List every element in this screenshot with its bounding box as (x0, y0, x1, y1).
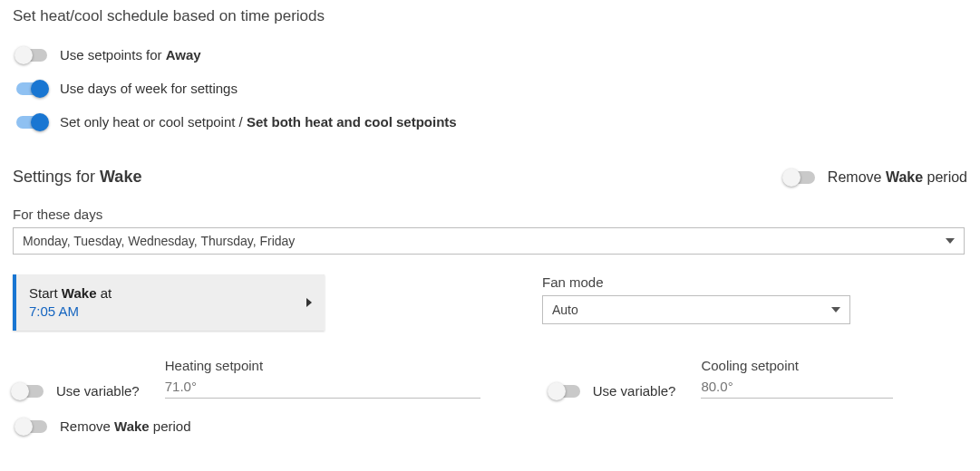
remove-period-top-label: Remove Wake period (828, 169, 967, 186)
card-bold: Wake (62, 285, 97, 301)
cooling-setpoint-field: Cooling setpoint (701, 358, 893, 399)
fan-mode-block: Fan mode Auto (542, 274, 850, 324)
cooling-setpoint-label: Cooling setpoint (701, 358, 893, 373)
remove-bottom-prefix: Remove (60, 418, 114, 434)
toggle-row-both-setpoints: Set only heat or cool setpoint / Set bot… (13, 114, 967, 130)
remove-period-bottom-label: Remove Wake period (60, 418, 191, 434)
toggle-row-away: Use setpoints for Away (13, 47, 967, 62)
toggle-use-days-of-week[interactable] (16, 82, 47, 95)
start-wake-card[interactable]: Start Wake at 7:05 AM (13, 274, 325, 331)
toggle-label-away-bold: Away (166, 47, 201, 62)
section-title-prefix: Settings for (13, 168, 100, 186)
heating-setpoint-field: Heating setpoint (165, 358, 480, 399)
toggle-heating-use-variable[interactable] (13, 385, 44, 398)
toggle-use-setpoints-away[interactable] (16, 49, 47, 62)
heating-setpoint-input[interactable] (165, 377, 480, 399)
section-header-row: Settings for Wake Remove Wake period (13, 168, 967, 187)
toggle-remove-wake-top[interactable] (784, 171, 815, 184)
page-heading: Set heat/cool schedule based on time per… (13, 7, 967, 25)
fan-mode-label: Fan mode (542, 274, 850, 290)
setpoints-row: Use variable? Heating setpoint Use varia… (13, 358, 967, 399)
start-wake-time: 7:05 AM (29, 303, 112, 321)
toggle-label-days: Use days of week for settings (60, 81, 238, 96)
fan-mode-select[interactable]: Auto (542, 295, 850, 324)
card-prefix: Start (29, 285, 62, 301)
section-title: Settings for Wake (13, 168, 141, 187)
toggle-cooling-use-variable[interactable] (549, 385, 580, 398)
remove-top-bold: Wake (886, 169, 923, 185)
start-and-fan-row: Start Wake at 7:05 AM Fan mode Auto (13, 274, 967, 331)
cooling-use-variable-block: Use variable? (549, 383, 676, 399)
days-select[interactable]: Monday, Tuesday, Wednesday, Thursday, Fr… (13, 227, 965, 255)
chevron-down-icon (946, 238, 955, 244)
toggle-label-away: Use setpoints for Away (60, 47, 201, 62)
fan-mode-value: Auto (552, 303, 578, 317)
cooling-setpoint-input[interactable] (701, 377, 893, 399)
chevron-down-icon (831, 307, 840, 312)
start-wake-text: Start Wake at 7:05 AM (29, 284, 112, 322)
days-select-value: Monday, Tuesday, Wednesday, Thursday, Fr… (23, 234, 295, 248)
section-title-bold: Wake (100, 168, 141, 186)
toggle-row-days: Use days of week for settings (13, 81, 967, 96)
heating-use-variable-block: Use variable? (13, 383, 140, 399)
toggle-set-both-setpoints[interactable] (16, 116, 47, 129)
toggle-remove-wake-bottom[interactable] (16, 420, 47, 433)
toggle-label-both-plain: Set only heat or cool setpoint / (60, 114, 247, 130)
remove-period-top: Remove Wake period (784, 169, 967, 186)
toggle-label-away-prefix: Use setpoints for (60, 47, 166, 62)
toggle-label-both: Set only heat or cool setpoint / Set bot… (60, 114, 457, 130)
remove-bottom-suffix: period (150, 418, 191, 434)
remove-period-bottom: Remove Wake period (13, 418, 967, 434)
toggle-label-both-bold: Set both heat and cool setpoints (247, 114, 457, 130)
remove-top-suffix: period (923, 169, 967, 185)
card-suffix: at (97, 285, 112, 301)
cooling-use-variable-label: Use variable? (593, 383, 676, 399)
chevron-right-icon (306, 298, 312, 307)
remove-top-prefix: Remove (828, 169, 886, 185)
heating-setpoint-label: Heating setpoint (165, 358, 480, 373)
heating-use-variable-label: Use variable? (56, 383, 140, 399)
days-label: For these days (13, 207, 967, 222)
remove-bottom-bold: Wake (114, 418, 150, 434)
